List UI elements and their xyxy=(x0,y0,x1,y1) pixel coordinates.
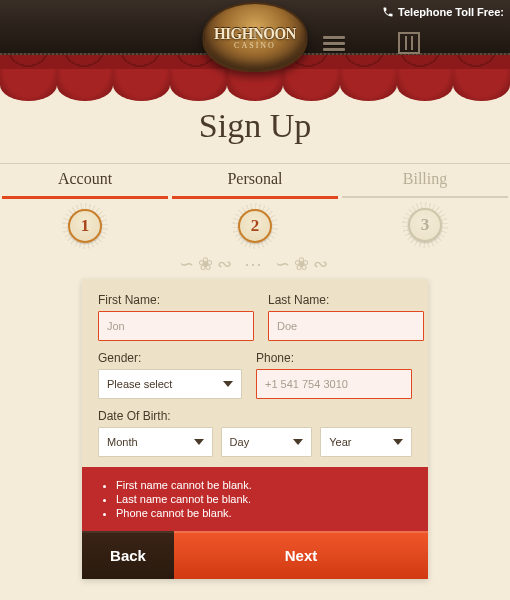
phone-input[interactable] xyxy=(256,369,412,399)
gender-select[interactable]: Please select xyxy=(98,369,242,399)
menu-icon[interactable] xyxy=(323,36,345,52)
step-number-circle: 1 xyxy=(68,209,102,243)
last-name-label: Last Name: xyxy=(268,293,424,307)
step-label: Account xyxy=(0,170,170,188)
site-logo[interactable]: HIGHNOON CASINO xyxy=(203,2,308,72)
field-first-name: First Name: xyxy=(98,293,254,341)
step-line xyxy=(342,196,508,198)
window-icon[interactable] xyxy=(398,32,420,54)
first-name-input[interactable] xyxy=(98,311,254,341)
dob-day-select[interactable]: Day xyxy=(221,427,313,457)
gender-label: Gender: xyxy=(98,351,242,365)
logo-text-main: HIGHNOON xyxy=(214,23,296,43)
button-row: Back Next xyxy=(82,531,428,579)
step-personal[interactable]: Personal 2 xyxy=(170,170,340,243)
field-dob-year: Year xyxy=(320,427,412,457)
error-item: Phone cannot be blank. xyxy=(116,507,412,519)
step-account[interactable]: Account 1 xyxy=(0,170,170,243)
field-last-name: Last Name: xyxy=(268,293,424,341)
step-billing[interactable]: Billing 3 xyxy=(340,170,510,243)
step-label: Billing xyxy=(340,170,510,188)
field-phone: Phone: xyxy=(256,351,412,399)
error-item: Last name cannot be blank. xyxy=(116,493,412,505)
error-item: First name cannot be blank. xyxy=(116,479,412,491)
step-label: Personal xyxy=(170,170,340,188)
curtain-scallops xyxy=(0,85,510,101)
step-number-circle: 2 xyxy=(238,209,272,243)
header-bar: Telephone Toll Free: HIGHNOON CASINO xyxy=(0,0,510,55)
phone-label: Telephone Toll Free: xyxy=(398,6,504,18)
ornament-divider: ∽❀∾ ⋯ ∽❀∾ xyxy=(0,253,510,275)
field-dob-day: Day xyxy=(221,427,313,457)
signup-steps: Account 1 Personal 2 Billing 3 xyxy=(0,163,510,243)
form-card: First Name: Last Name: Gender: Please se… xyxy=(82,279,428,579)
step-line xyxy=(172,196,338,199)
error-messages: First name cannot be blank. Last name ca… xyxy=(82,467,428,531)
phone-icon xyxy=(382,6,394,18)
next-button[interactable]: Next xyxy=(174,531,428,579)
step-line xyxy=(2,196,168,199)
last-name-input[interactable] xyxy=(268,311,424,341)
phone-toll-free: Telephone Toll Free: xyxy=(382,6,504,18)
dob-year-select[interactable]: Year xyxy=(320,427,412,457)
phone-label: Phone: xyxy=(256,351,412,365)
logo-badge: HIGHNOON CASINO xyxy=(203,2,308,72)
step-number-circle: 3 xyxy=(408,208,442,242)
first-name-label: First Name: xyxy=(98,293,254,307)
dob-month-select[interactable]: Month xyxy=(98,427,213,457)
dob-label: Date Of Birth: xyxy=(98,409,412,423)
field-dob: Date Of Birth: Month Day Year xyxy=(98,409,412,461)
field-dob-month: Month xyxy=(98,427,213,457)
page-title: Sign Up xyxy=(0,107,510,145)
back-button[interactable]: Back xyxy=(82,531,174,579)
field-gender: Gender: Please select xyxy=(98,351,242,399)
